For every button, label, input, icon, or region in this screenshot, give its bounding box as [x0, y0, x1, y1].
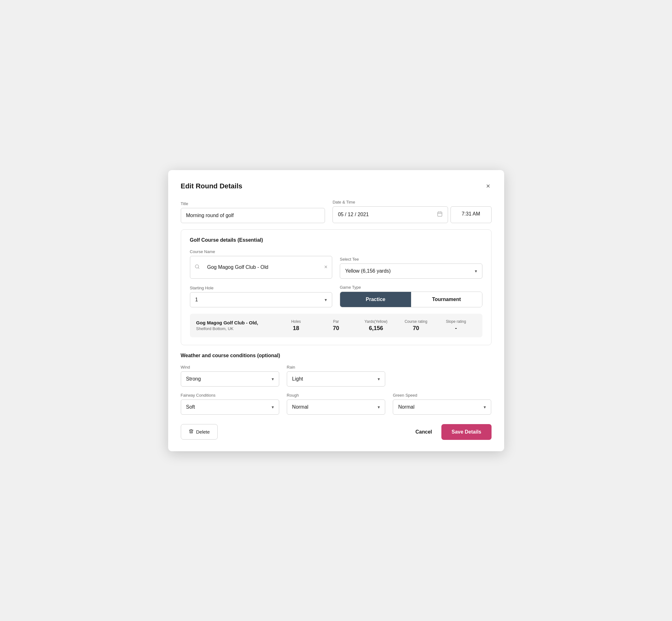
search-icon: [195, 264, 200, 271]
course-card-location: Shelford Bottom, UK: [196, 326, 276, 331]
select-tee-label: Select Tee: [340, 257, 482, 261]
holes-label: Holes: [276, 319, 316, 324]
starting-hole-dropdown[interactable]: 1 ▾: [190, 292, 333, 307]
wind-group: Wind Strong ▾: [181, 365, 279, 386]
game-type-label: Game Type: [340, 285, 482, 290]
select-tee-dropdown[interactable]: Yellow (6,156 yards) ▾: [340, 263, 482, 279]
delete-label: Delete: [196, 429, 210, 434]
starting-hole-label: Starting Hole: [190, 286, 333, 290]
title-date-row: Title Date & Time 05 / 12 / 2021 7:31 AM: [181, 200, 492, 223]
par-value: 70: [316, 325, 356, 332]
chevron-down-rough-icon: ▾: [378, 405, 380, 410]
rough-dropdown[interactable]: Normal ▾: [287, 400, 385, 415]
chevron-down-fairway-icon: ▾: [271, 405, 274, 410]
wind-value: Strong: [186, 376, 201, 382]
close-button[interactable]: ×: [485, 181, 492, 191]
save-button[interactable]: Save Details: [442, 424, 491, 440]
rough-label: Rough: [287, 393, 385, 398]
chevron-down-wind-icon: ▾: [271, 376, 274, 381]
slope-rating-stat: Slope rating -: [436, 319, 476, 332]
rain-label: Rain: [287, 365, 385, 370]
svg-line-5: [198, 267, 199, 268]
holes-value: 18: [276, 325, 316, 332]
course-info-name-block: Gog Magog Golf Club - Old, Shelford Bott…: [196, 320, 276, 331]
course-name-input[interactable]: [202, 260, 322, 275]
fairway-label: Fairway Conditions: [181, 393, 279, 398]
course-info-card: Gog Magog Golf Club - Old, Shelford Bott…: [190, 314, 482, 337]
green-speed-group: Green Speed Normal ▾: [393, 393, 491, 415]
yards-label: Yards(Yellow): [356, 319, 396, 324]
title-label: Title: [181, 201, 325, 206]
course-section-title: Golf Course details (Essential): [190, 237, 482, 243]
weather-section-title: Weather and course conditions (optional): [181, 353, 492, 359]
wind-rain-row: Wind Strong ▾ Rain Light ▾: [181, 365, 492, 386]
date-group: Date & Time 05 / 12 / 2021 7:31 AM: [333, 200, 491, 223]
title-group: Title: [181, 201, 325, 223]
select-tee-group: Select Tee Yellow (6,156 yards) ▾: [340, 257, 482, 279]
chevron-down-rain-icon: ▾: [378, 376, 380, 381]
select-tee-value: Yellow (6,156 yards): [345, 268, 390, 274]
edit-round-modal: Edit Round Details × Title Date & Time 0…: [168, 170, 504, 451]
time-value: 7:31 AM: [462, 211, 480, 216]
delete-button[interactable]: Delete: [181, 424, 218, 440]
green-speed-label: Green Speed: [393, 393, 491, 398]
starting-hole-group: Starting Hole 1 ▾: [190, 286, 333, 307]
course-rating-stat: Course rating 70: [396, 319, 436, 332]
fairway-rough-green-row: Fairway Conditions Soft ▾ Rough Normal ▾…: [181, 393, 492, 415]
rain-group: Rain Light ▾: [287, 365, 385, 386]
tournament-toggle[interactable]: Tournament: [411, 292, 482, 307]
par-label: Par: [316, 319, 356, 324]
game-type-group: Game Type Practice Tournament: [340, 285, 482, 307]
fairway-group: Fairway Conditions Soft ▾: [181, 393, 279, 415]
par-stat: Par 70: [316, 319, 356, 332]
footer: Delete Cancel Save Details: [181, 424, 492, 440]
slope-rating-value: -: [436, 325, 476, 332]
practice-toggle[interactable]: Practice: [340, 292, 411, 307]
time-input[interactable]: 7:31 AM: [451, 206, 492, 223]
course-rating-label: Course rating: [396, 319, 436, 324]
course-tee-row: Course Name × Select Tee Yellow (6,156 y…: [190, 249, 482, 279]
date-label: Date & Time: [333, 200, 491, 204]
course-rating-value: 70: [396, 325, 436, 332]
modal-title: Edit Round Details: [181, 182, 243, 190]
green-speed-value: Normal: [398, 404, 415, 410]
footer-right: Cancel Save Details: [412, 424, 492, 440]
chevron-down-icon: ▾: [475, 268, 477, 274]
yards-value: 6,156: [356, 325, 396, 332]
yards-stat: Yards(Yellow) 6,156: [356, 319, 396, 332]
course-name-label: Course Name: [190, 249, 333, 254]
fairway-dropdown[interactable]: Soft ▾: [181, 400, 279, 415]
rain-dropdown[interactable]: Light ▾: [287, 371, 385, 386]
wind-label: Wind: [181, 365, 279, 370]
golf-course-section: Golf Course details (Essential) Course N…: [181, 230, 492, 345]
slope-rating-label: Slope rating: [436, 319, 476, 324]
course-name-group: Course Name ×: [190, 249, 333, 279]
green-speed-dropdown[interactable]: Normal ▾: [393, 400, 491, 415]
starting-hole-value: 1: [195, 297, 198, 303]
fairway-value: Soft: [186, 404, 195, 410]
cancel-button[interactable]: Cancel: [412, 425, 435, 439]
modal-header: Edit Round Details ×: [181, 181, 492, 191]
trash-icon: [189, 429, 194, 435]
hole-gametype-row: Starting Hole 1 ▾ Game Type Practice Tou…: [190, 285, 482, 307]
rain-value: Light: [292, 376, 303, 382]
title-input[interactable]: [181, 208, 325, 223]
game-type-toggle: Practice Tournament: [340, 292, 482, 307]
chevron-down-green-icon: ▾: [484, 405, 486, 410]
clear-course-icon[interactable]: ×: [324, 264, 328, 271]
course-card-name: Gog Magog Golf Club - Old,: [196, 320, 276, 325]
rough-value: Normal: [292, 404, 308, 410]
date-value: 05 / 12 / 2021: [338, 212, 434, 217]
chevron-down-hole-icon: ▾: [325, 297, 327, 302]
course-search[interactable]: ×: [190, 256, 333, 279]
holes-stat: Holes 18: [276, 319, 316, 332]
weather-section: Weather and course conditions (optional)…: [181, 353, 492, 415]
wind-dropdown[interactable]: Strong ▾: [181, 371, 279, 386]
date-input[interactable]: 05 / 12 / 2021: [333, 206, 448, 223]
calendar-icon: [437, 211, 443, 218]
svg-rect-0: [437, 212, 442, 216]
rough-group: Rough Normal ▾: [287, 393, 385, 415]
